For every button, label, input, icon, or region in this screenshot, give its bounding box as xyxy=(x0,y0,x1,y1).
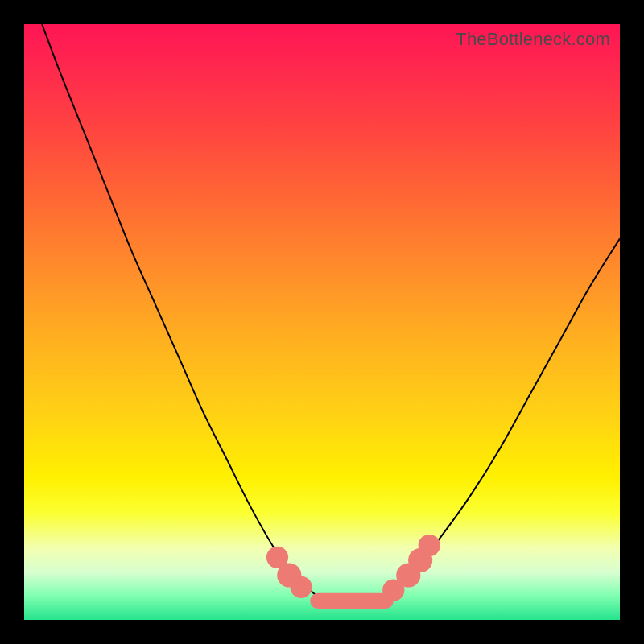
right-dot-4 xyxy=(419,535,440,556)
markers-group xyxy=(266,535,440,601)
curve-layer xyxy=(24,24,620,620)
valley-floor-bar xyxy=(310,593,394,609)
plot-area: TheBottleneck.com xyxy=(24,24,620,620)
chart-frame: TheBottleneck.com xyxy=(0,0,644,644)
left-dot-3 xyxy=(290,576,312,598)
curve-left-branch xyxy=(42,24,310,590)
